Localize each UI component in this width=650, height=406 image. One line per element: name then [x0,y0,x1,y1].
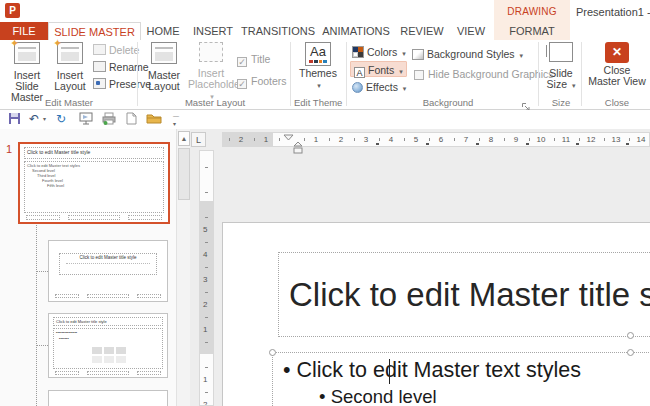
quick-print-button[interactable] [102,112,116,127]
rotate-handle[interactable] [627,332,634,339]
text-cursor [389,359,390,384]
delete-icon [93,44,106,55]
powerpoint-window: P DRAWING TOOLS Presentation1 - M FILE S… [0,0,650,406]
insert-placeholder-button[interactable]: Insert Placeholder ▾ [188,42,234,97]
ruler-tick [205,392,208,393]
rename-button[interactable]: Rename [93,61,149,77]
group-separator [346,42,347,106]
slide-size-button[interactable]: Slide Size ▾ [543,42,579,97]
layout-thumbnail-partial[interactable] [48,390,168,406]
slide-editing-area: L 211234567891011121314 5432112 Click to… [190,129,650,406]
ruler-tick [504,138,505,141]
insert-slide-master-icon: ✦ [14,42,40,64]
thumbnail-connector-line [36,271,48,272]
vertical-ruler[interactable]: 5432112 [199,150,214,406]
tab-stop-mark [426,143,429,145]
start-slideshow-button[interactable] [79,112,93,127]
slide-size-icon [549,42,573,62]
title-content-layout-thumbnail[interactable]: Click to edit Master title style ▪▪▪▪▪▪▪… [48,313,168,378]
close-master-view-button[interactable]: ✕ Close Master View [588,42,646,97]
group-separator [290,42,291,106]
insert-slide-master-button[interactable]: ✦ Insert Slide Master [4,42,50,97]
title-slide-layout-thumbnail[interactable]: Click to edit Master title style [48,240,168,302]
tab-review[interactable]: REVIEW [394,22,450,40]
ruler-tick [304,138,305,141]
tab-animations[interactable]: ANIMATIONS [318,22,394,40]
bullet-icon: • [283,358,291,382]
thumbnail-scrollbar[interactable]: ▲ [176,129,190,406]
dialog-launcher-icon[interactable] [521,98,531,108]
powerpoint-icon: P [5,3,20,18]
insert-layout-button[interactable]: ✦ Insert Layout [50,42,90,97]
ruler-number: 2 [339,135,343,144]
ruler-number: 5 [203,225,207,234]
ruler-tick [329,138,330,141]
hide-background-graphics-checkbox[interactable]: Hide Background Graphics [414,64,553,82]
delete-button[interactable]: Delete [93,44,139,60]
undo-button[interactable]: ↶ [29,112,39,127]
colors-button[interactable]: Colors ▾ [352,44,406,60]
themes-icon: Aa [305,42,331,66]
ruler-number: 9 [514,135,518,144]
effects-button[interactable]: Effects ▾ [352,79,406,95]
tab-insert[interactable]: INSERT [188,22,238,40]
slide-number: 1 [6,143,12,155]
tab-transitions[interactable]: TRANSITIONS [238,22,318,40]
selection-handle[interactable] [627,349,634,356]
ruler-tick [479,138,480,141]
first-line-indent-marker[interactable] [283,134,294,141]
master-layout-button[interactable]: Master Layout [142,42,186,97]
tab-home[interactable]: HOME [140,22,186,40]
undo-dropdown-arrow-icon[interactable]: ▾ [43,112,46,127]
horizontal-ruler[interactable]: 211234567891011121314 [222,132,650,147]
ruler-number: 1 [203,375,207,384]
tab-format[interactable]: FORMAT [496,22,568,40]
tab-stop-mark [576,143,579,145]
checkbox-unchecked-icon [414,70,424,80]
themes-button[interactable]: Aa Themes▾ [296,42,340,97]
open-button[interactable] [146,112,162,127]
group-label-size: Size [543,97,579,109]
tab-file[interactable]: FILE [0,22,48,40]
ruler-number: 1 [264,135,268,144]
ruler-number: 4 [389,135,393,144]
fonts-button[interactable]: AFonts ▾ [350,61,407,77]
dropdown-arrow-icon: ▾ [572,82,576,89]
ruler-number: 3 [364,135,368,144]
ruler-tick [205,192,208,193]
tab-view[interactable]: VIEW [450,22,492,40]
hanging-indent-marker[interactable] [293,141,303,155]
background-styles-icon [412,49,424,60]
window-title: Presentation1 - M [576,0,650,22]
thumbnail-connector-line [36,225,37,406]
title-bar: P DRAWING TOOLS Presentation1 - M [0,0,650,22]
title-checkbox[interactable]: ✓Title [237,49,270,67]
footers-checkbox[interactable]: ✓Footers [237,71,287,89]
new-file-button[interactable] [126,112,137,127]
save-button[interactable] [8,112,21,127]
master-title-text[interactable]: Click to edit Master title style [279,276,650,314]
customize-qat-button[interactable]: —▾ [173,112,179,127]
insert-placeholder-icon [199,42,223,62]
master-slide-thumbnail[interactable]: Click to edit Master title style Click t… [18,142,170,224]
ruler-number: 11 [562,135,570,144]
scroll-up-arrow-icon[interactable]: ▲ [178,131,190,146]
tab-selector-button[interactable]: L [191,132,206,147]
ruler-number: 10 [537,135,546,144]
body-placeholder[interactable]: • Click to edit Master text styles • Sec… [272,352,650,406]
ruler-number: 6 [439,135,443,144]
dropdown-arrow-icon: ▾ [399,68,403,75]
body-text-level2[interactable]: • Second level [273,383,650,406]
ruler-tick [279,138,280,141]
thumbnail-title-text: Click to edit Master title style [60,254,156,261]
scrollbar-thumb[interactable] [178,148,190,200]
background-styles-button[interactable]: Background Styles ▾ [412,46,523,62]
ruler-tick [554,138,555,141]
ruler-tick [379,138,380,141]
body-text-level1[interactable]: • Click to edit Master text styles [273,353,650,383]
group-separator [581,42,582,106]
selection-handle[interactable] [269,349,276,356]
dropdown-arrow-icon: ▾ [402,50,406,57]
title-placeholder[interactable]: Click to edit Master title style [278,252,650,337]
redo-button[interactable]: ↻ [56,112,66,127]
